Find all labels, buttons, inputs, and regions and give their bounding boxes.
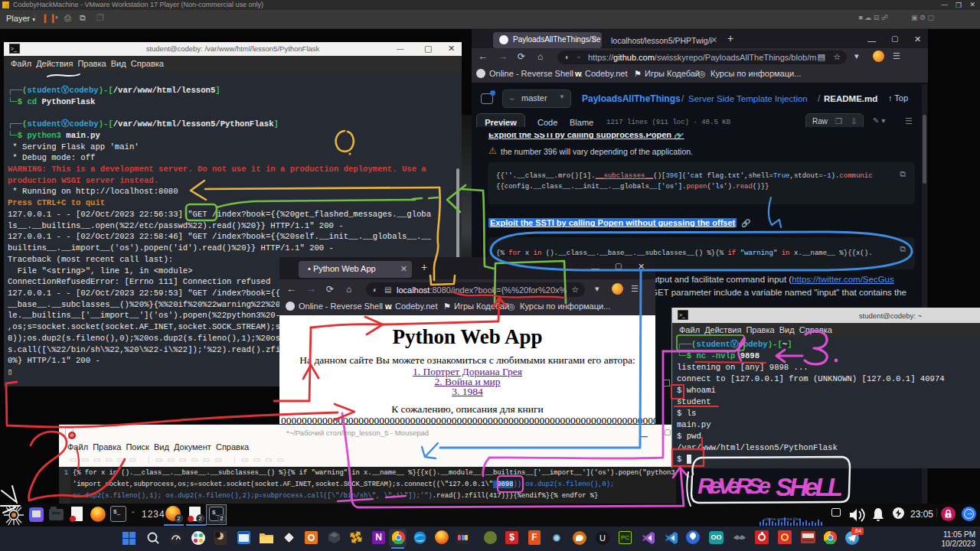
svg-text:ReVeRSe: ReVeRSe	[697, 473, 771, 498]
svg-text:SHeLL: SHeLL	[776, 473, 843, 501]
